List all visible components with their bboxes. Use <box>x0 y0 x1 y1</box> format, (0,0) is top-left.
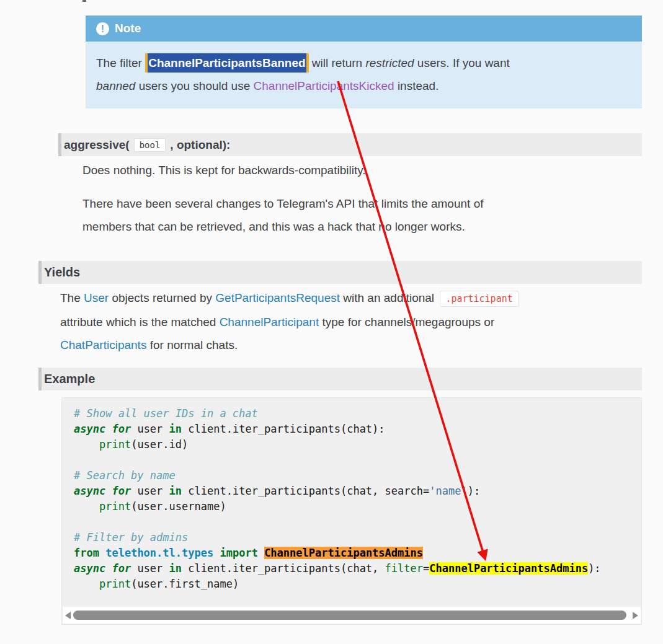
link-channelparticipant[interactable]: ChannelParticipant <box>220 315 319 329</box>
link-channelparticipantskicked[interactable]: ChannelParticipantsKicked <box>254 79 394 92</box>
text-segment: restricted <box>365 56 414 69</box>
text-segment: for <box>112 562 131 575</box>
text-segment: (user.first_name) <box>131 578 239 590</box>
parameter-name: aggressive <box>64 138 125 152</box>
text-segment: async <box>74 423 105 435</box>
link-getparticipantsrequest[interactable]: GetParticipantsRequest <box>215 291 340 304</box>
text-segment <box>105 423 112 435</box>
text-segment: user <box>131 423 169 435</box>
text-segment: objects returned by <box>109 291 215 304</box>
code-line: async for user in client.iter_participan… <box>74 483 601 499</box>
text-segment: in <box>169 562 182 575</box>
text-segment: attribute which is the matched <box>60 315 220 329</box>
code-line <box>74 452 601 468</box>
documentation-page: ! Note The filter ChannelParticipantsBan… <box>0 0 663 644</box>
code-line: print(user.username) <box>74 499 601 514</box>
text-segment: # Show all user IDs in a chat <box>74 407 258 420</box>
code-line: print(user.id) <box>74 437 601 452</box>
scrollbar-right-arrow-icon[interactable] <box>633 612 638 619</box>
code-content: # Show all user IDs in a chatasync for u… <box>74 406 601 592</box>
find-match: ChannelParticipantsAdmins <box>429 562 588 575</box>
code-block: # Show all user IDs in a chatasync for u… <box>61 397 642 625</box>
scrollbar-track[interactable] <box>73 611 630 620</box>
text-segment: = <box>423 562 429 575</box>
exclamation-circle-icon: ! <box>96 22 109 35</box>
parameter-heading-aggressive: aggressive (bool, optional): <box>58 133 642 156</box>
text-segment: will return <box>309 56 366 69</box>
scrollbar-thumb[interactable] <box>73 611 626 620</box>
text-segment: from <box>74 547 99 559</box>
code-line: # Filter by admins <box>74 530 601 545</box>
note-body: The filter ChannelParticipantsBanned wil… <box>86 42 642 108</box>
code-line: # Show all user IDs in a chat <box>74 406 601 421</box>
text-segment: print <box>99 438 131 451</box>
section-heading-example: Example <box>38 368 642 390</box>
text-segment <box>74 438 99 451</box>
code-line <box>74 514 601 530</box>
text-segment <box>105 485 112 497</box>
inline-code-bool: bool <box>134 138 166 152</box>
text-segment: # Search by name <box>74 469 176 482</box>
text-segment: for normal chats. <box>146 338 238 351</box>
text-segment: instead. <box>394 79 439 92</box>
text-segment: telethon.tl.types <box>105 547 213 559</box>
horizontal-scrollbar[interactable] <box>63 607 641 624</box>
text-segment: user <box>131 562 169 575</box>
note-title: Note <box>115 22 141 35</box>
text-segment: users. If you want <box>414 56 510 69</box>
text-segment: async <box>74 562 105 575</box>
inline-code-participant: .participant <box>440 291 518 307</box>
text-segment <box>99 547 105 559</box>
text-segment: type for channels/megagroups or <box>319 315 494 329</box>
text-segment: (user.username) <box>131 500 226 513</box>
section-heading-yields: Yields <box>38 261 642 284</box>
parameter-description-2: There have been several changes to Teleg… <box>82 192 483 238</box>
text-segment: client.iter_participants(chat, <box>182 562 385 575</box>
yields-heading-label: Yields <box>44 265 80 280</box>
text-segment: There have been several changes to Teleg… <box>82 197 483 210</box>
text-segment <box>258 547 264 559</box>
text-segment: with an additional <box>340 291 437 304</box>
code-line: from telethon.tl.types import ChannelPar… <box>74 545 601 561</box>
note-header: ! Note <box>86 15 642 42</box>
text-segment: 'name' <box>429 485 467 497</box>
find-match-active: ChannelParticipantsAdmins <box>264 547 423 559</box>
text-segment <box>213 547 220 559</box>
link-user[interactable]: User <box>84 291 109 304</box>
text-segment <box>74 578 99 590</box>
yields-paragraph: The User objects returned by GetParticip… <box>60 286 643 356</box>
text-segment: users you should use <box>135 79 253 92</box>
text-segment: in <box>169 485 182 497</box>
text-segment <box>74 500 99 513</box>
parameter-description: Does nothing. This is kept for backwards… <box>82 159 366 182</box>
text-segment: async <box>74 485 105 497</box>
parameter-paren-close: , optional): <box>170 138 230 152</box>
selected-text-channelparticipantsbanned: ChannelParticipantsBanned <box>145 53 308 73</box>
text-segment: for <box>112 485 131 497</box>
clipped-text-fragment <box>82 0 86 2</box>
link-chatparticipants[interactable]: ChatParticipants <box>60 338 146 351</box>
parameter-paren-open: ( <box>125 138 129 152</box>
text-segment: members that can be retrieved, and this … <box>82 220 465 233</box>
text-segment: in <box>169 423 182 435</box>
text-segment: ): <box>588 562 600 575</box>
text-segment: ): <box>468 485 480 497</box>
example-heading-label: Example <box>44 372 95 386</box>
note-admonition: ! Note The filter ChannelParticipantsBan… <box>86 15 642 108</box>
scrollbar-left-arrow-icon[interactable] <box>65 612 71 619</box>
text-segment: for <box>112 423 131 435</box>
text-segment: user <box>131 485 169 497</box>
text-segment: client.iter_participants(chat): <box>182 423 385 435</box>
text-segment: # Filter by admins <box>74 531 188 544</box>
text-segment: client.iter_participants(chat, search= <box>182 485 429 497</box>
code-line: async for user in client.iter_participan… <box>74 421 601 437</box>
text-segment: import <box>220 547 257 559</box>
text-segment: (user.id) <box>131 438 188 451</box>
code-line: # Search by name <box>74 468 601 483</box>
text-segment: banned <box>96 79 135 92</box>
text-segment: print <box>99 500 131 513</box>
text-segment: The <box>60 291 84 304</box>
text-segment: filter <box>385 562 423 575</box>
text-segment <box>105 562 112 575</box>
code-line: async for user in client.iter_participan… <box>74 561 601 576</box>
